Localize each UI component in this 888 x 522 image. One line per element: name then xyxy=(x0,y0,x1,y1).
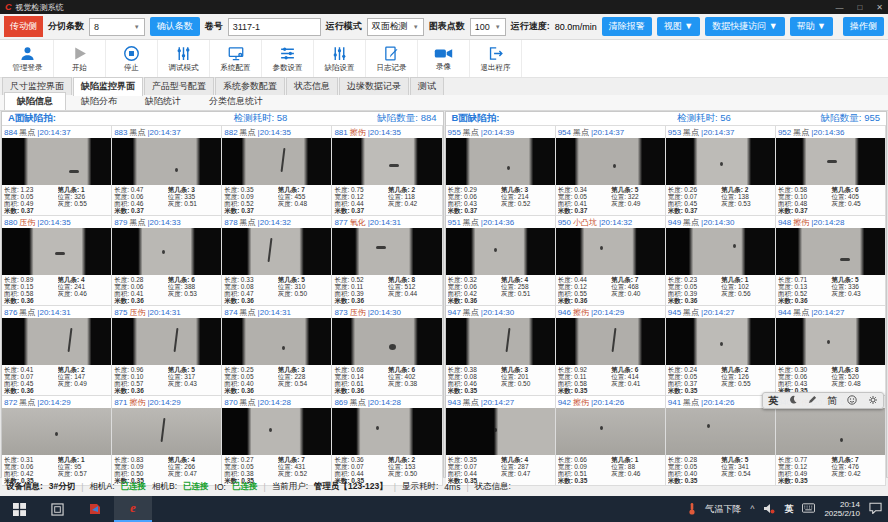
tool-play[interactable]: 开始 xyxy=(54,40,106,77)
defect-cell[interactable]: 880压伤|20:14:35长度: 0.89宽度: 0.15面积: 0.58米数… xyxy=(2,216,112,306)
defect-thumbnail[interactable] xyxy=(2,318,111,365)
defect-thumbnail[interactable] xyxy=(776,318,885,365)
view-menu-button[interactable]: 视图 ▼ xyxy=(657,17,700,36)
defect-cell[interactable]: 946擦伤|20:14:29长度: 0.92宽度: 0.11面积: 0.58米数… xyxy=(556,306,666,396)
defect-cell[interactable]: 878黑点|20:14:32长度: 0.33宽度: 0.08面积: 0.47米数… xyxy=(222,216,332,306)
defect-thumbnail[interactable] xyxy=(666,138,775,185)
help-menu-button[interactable]: 帮助 ▼ xyxy=(790,17,833,36)
tab-edge-data-record[interactable]: 边缘数据记录 xyxy=(339,77,409,95)
defect-cell[interactable]: 954黑点|20:14:37长度: 0.34宽度: 0.05面积: 0.41米数… xyxy=(556,126,666,216)
keyboard-icon[interactable] xyxy=(802,503,815,515)
tool-log[interactable]: 日志记录 xyxy=(366,40,418,77)
taskbar-app-pdf[interactable] xyxy=(76,496,114,522)
emoji-icon[interactable] xyxy=(847,395,857,407)
close-button[interactable]: ✕ xyxy=(876,3,883,12)
defect-thumbnail[interactable] xyxy=(222,408,331,455)
defect-cell[interactable]: 874黑点|20:14:31长度: 0.25宽度: 0.05面积: 0.40米数… xyxy=(222,306,332,396)
defect-cell[interactable]: 941黑点|20:14:26长度: 0.28宽度: 0.05面积: 0.40米数… xyxy=(666,396,776,486)
thermometer-icon[interactable] xyxy=(688,502,696,517)
defect-cell[interactable]: 871擦伤|20:14:29长度: 0.83宽度: 0.09面积: 0.50米数… xyxy=(112,396,222,486)
drive-side-button[interactable]: 传动侧 xyxy=(4,16,43,37)
defect-cell[interactable]: 955黑点|20:14:39长度: 0.29宽度: 0.06面积: 0.43米数… xyxy=(446,126,556,216)
defect-thumbnail[interactable] xyxy=(2,408,111,455)
defect-thumbnail[interactable] xyxy=(446,318,555,365)
defect-cell[interactable]: 951黑点|20:14:36长度: 0.32宽度: 0.06面积: 0.42米数… xyxy=(446,216,556,306)
defect-thumbnail[interactable] xyxy=(666,408,775,455)
defect-cell[interactable]: 881擦伤|20:14:35长度: 0.75宽度: 0.12面积: 0.44米数… xyxy=(332,126,442,216)
defect-cell[interactable]: 883黑点|20:14:37长度: 0.47宽度: 0.06面积: 0.46米数… xyxy=(112,126,222,216)
strip-count-select[interactable]: 8 ▼ xyxy=(89,18,145,36)
tool-stop[interactable]: 停止 xyxy=(106,40,158,77)
data-quick-access-button[interactable]: 数据快捷访问 ▼ xyxy=(705,17,784,36)
defect-cell[interactable]: 940擦伤|20:14:26长度: 0.77宽度: 0.12面积: 0.49米数… xyxy=(776,396,886,486)
taskbar-clock[interactable]: 20:14 2025/2/10 xyxy=(824,500,860,518)
defect-thumbnail[interactable] xyxy=(332,318,441,365)
defect-cell[interactable]: 944黑点|20:14:27长度: 0.30宽度: 0.06面积: 0.43米数… xyxy=(776,306,886,396)
defect-thumbnail[interactable] xyxy=(332,408,441,455)
defect-thumbnail[interactable] xyxy=(446,138,555,185)
defect-cell[interactable]: 947黑点|20:14:30长度: 0.38宽度: 0.08面积: 0.46米数… xyxy=(446,306,556,396)
clear-alarm-button[interactable]: 清除报警 xyxy=(602,17,652,36)
defect-thumbnail[interactable] xyxy=(332,138,441,185)
moon-icon[interactable] xyxy=(788,395,797,406)
defect-thumbnail[interactable] xyxy=(556,138,665,185)
maximize-button[interactable]: □ xyxy=(857,3,862,12)
defect-cell[interactable]: 949黑点|20:14:30长度: 0.23宽度: 0.05面积: 0.39米数… xyxy=(666,216,776,306)
defect-cell[interactable]: 877氧化|20:14:31长度: 0.52宽度: 0.11面积: 0.39米数… xyxy=(332,216,442,306)
tool-exit[interactable]: 退出程序 xyxy=(470,40,522,77)
defect-cell[interactable]: 872黑点|20:14:29长度: 0.31宽度: 0.06面积: 0.42米数… xyxy=(2,396,112,486)
run-mode-select[interactable]: 双面检测 ▼ xyxy=(367,18,424,36)
task-view-button[interactable] xyxy=(38,496,76,522)
defect-thumbnail[interactable] xyxy=(556,228,665,275)
tool-user[interactable]: 管理登录 xyxy=(2,40,54,77)
tab-status-info[interactable]: 状态信息 xyxy=(286,77,338,95)
subtab-class-info-statistics[interactable]: 分类信息统计 xyxy=(196,92,276,110)
notification-center-icon[interactable] xyxy=(869,502,882,516)
defect-thumbnail[interactable] xyxy=(112,318,221,365)
confirm-strips-button[interactable]: 确认条数 xyxy=(150,17,200,36)
defect-thumbnail[interactable] xyxy=(222,138,331,185)
taskbar-app-inspection-active[interactable]: e xyxy=(114,496,152,522)
defect-thumbnail[interactable] xyxy=(776,408,885,455)
tool-camera[interactable]: 录像 xyxy=(418,40,470,77)
minimize-button[interactable]: — xyxy=(835,3,843,12)
defect-thumbnail[interactable] xyxy=(222,228,331,275)
defect-thumbnail[interactable] xyxy=(446,228,555,275)
chart-points-select[interactable]: 100 ▼ xyxy=(470,18,506,36)
defect-thumbnail[interactable] xyxy=(666,228,775,275)
roll-number-input[interactable]: 3117-1 xyxy=(228,18,321,36)
ime-lang-toggle[interactable]: 英 xyxy=(768,396,778,406)
defect-cell[interactable]: 948擦伤|20:14:28长度: 0.71宽度: 0.13面积: 0.52米数… xyxy=(776,216,886,306)
defect-cell[interactable]: 950小凸坑|20:14:32长度: 0.44宽度: 0.12面积: 0.55米… xyxy=(556,216,666,306)
weather-news-text[interactable]: 气温下降 xyxy=(705,503,741,516)
tool-defect-settings[interactable]: 缺陷设置 xyxy=(314,40,366,77)
start-button[interactable] xyxy=(0,496,38,522)
defect-thumbnail[interactable] xyxy=(666,318,775,365)
defect-cell[interactable]: 884黑点|20:14:37长度: 1.23宽度: 0.05面积: 0.49米数… xyxy=(2,126,112,216)
defect-cell[interactable]: 942擦伤|20:14:26长度: 0.66宽度: 0.09面积: 0.51米数… xyxy=(556,396,666,486)
defect-thumbnail[interactable] xyxy=(112,408,221,455)
defect-thumbnail[interactable] xyxy=(556,318,665,365)
defect-thumbnail[interactable] xyxy=(776,228,885,275)
defect-thumbnail[interactable] xyxy=(556,408,665,455)
defect-cell[interactable]: 875压伤|20:14:31长度: 0.96宽度: 0.10面积: 0.57米数… xyxy=(112,306,222,396)
tool-debug[interactable]: 调试模式 xyxy=(158,40,210,77)
defect-cell[interactable]: 876黑点|20:14:31长度: 0.41宽度: 0.07面积: 0.45米数… xyxy=(2,306,112,396)
defect-thumbnail[interactable] xyxy=(112,138,221,185)
defect-thumbnail[interactable] xyxy=(2,138,111,185)
ime-simplified-toggle[interactable]: 简 xyxy=(827,396,837,406)
defect-thumbnail[interactable] xyxy=(446,408,555,455)
defect-cell[interactable]: 953黑点|20:14:37长度: 0.26宽度: 0.07面积: 0.45米数… xyxy=(666,126,776,216)
defect-thumbnail[interactable] xyxy=(2,228,111,275)
defect-thumbnail[interactable] xyxy=(332,228,441,275)
pen-icon[interactable] xyxy=(808,395,817,406)
tool-system-config[interactable]: 系统配置 xyxy=(210,40,262,77)
defect-cell[interactable]: 870黑点|20:14:28长度: 0.27宽度: 0.05面积: 0.38米数… xyxy=(222,396,332,486)
tray-chevron-icon[interactable]: ^ xyxy=(750,504,754,514)
defect-thumbnail[interactable] xyxy=(112,228,221,275)
defect-thumbnail[interactable] xyxy=(222,318,331,365)
operate-side-button[interactable]: 操作侧 xyxy=(843,17,884,36)
defect-cell[interactable]: 945黑点|20:14:27长度: 0.24宽度: 0.05面积: 0.37米数… xyxy=(666,306,776,396)
defect-cell[interactable]: 882黑点|20:14:35长度: 0.35宽度: 0.09面积: 0.52米数… xyxy=(222,126,332,216)
ime-language-indicator[interactable]: 英 xyxy=(784,503,793,516)
